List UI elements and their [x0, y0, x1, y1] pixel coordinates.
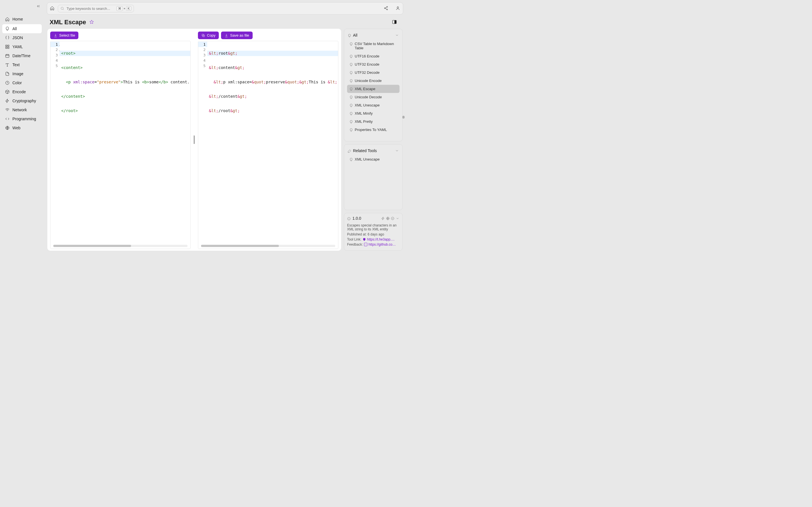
bolt-icon[interactable] [381, 217, 385, 220]
tool-item-label: UTF16 Encode [355, 54, 379, 58]
file-icon [5, 71, 10, 76]
search-input[interactable] [66, 6, 114, 11]
sidebar-item-color[interactable]: Color [2, 78, 42, 87]
svg-point-9 [384, 8, 385, 8]
main-area: ⌘ + K XML Escape [44, 0, 406, 253]
share-button[interactable] [384, 6, 388, 11]
tool-item[interactable]: XML Unescape [347, 101, 400, 109]
globe-icon[interactable] [386, 217, 390, 220]
select-file-button[interactable]: Select file [50, 32, 79, 39]
favorite-button[interactable] [89, 20, 94, 25]
bulb-icon [349, 42, 353, 46]
svg-rect-3 [8, 47, 9, 48]
box-icon [5, 90, 10, 94]
sidebar-item-json[interactable]: JSON [2, 33, 42, 42]
search-icon [60, 6, 64, 10]
info-feedback-link[interactable]: Feedback: ⋯ https://github.com/… [347, 242, 400, 246]
tool-item[interactable]: XML Pretty [347, 117, 400, 126]
related-tool-item[interactable]: XML Unescape [347, 155, 400, 163]
tool-item[interactable]: Unicode Encode [347, 76, 400, 85]
svg-point-7 [61, 7, 63, 9]
sidebar-item-label: Color [12, 80, 22, 85]
check-circle-icon[interactable] [391, 217, 395, 220]
home-icon [5, 17, 10, 21]
info-box: 1.0.0 Escapes special characters in an X… [344, 213, 403, 251]
calendar-icon [5, 54, 10, 58]
tool-item[interactable]: Unicode Decode [347, 93, 400, 101]
bulb-icon [349, 87, 353, 91]
input-gutter: 1⌄ 2⌄ 3 4 5 [50, 41, 59, 249]
sidebar-item-label: Image [12, 71, 23, 76]
svg-point-8 [387, 6, 388, 7]
sidebar-item-label: All [12, 26, 17, 31]
tool-item-label: XML Minify [355, 111, 373, 115]
info-tool-link[interactable]: Tool Link: https://t.he3app.co… [347, 237, 400, 241]
sidebar-item-text[interactable]: Text [2, 60, 42, 69]
top-toolbar: ⌘ + K [47, 2, 403, 15]
sidebar-item-encode[interactable]: Encode [2, 87, 42, 96]
bolt-icon [5, 99, 10, 103]
input-code[interactable]: <root> <content> <p xml:space="preserve"… [59, 41, 190, 249]
input-hscroll[interactable] [53, 245, 188, 247]
svg-rect-0 [6, 45, 7, 47]
bulb-icon [349, 79, 353, 83]
clock-icon [5, 80, 10, 85]
tool-item-label: XML Unescape [355, 103, 379, 107]
page-title: XML Escape [50, 18, 86, 26]
braces-icon [5, 36, 10, 40]
bulb-icon [349, 128, 353, 132]
svg-rect-2 [6, 47, 7, 48]
bulb-icon [349, 158, 353, 161]
right-panel: All CSV Table to Markdown TableUTF16 Enc… [344, 29, 403, 251]
svg-point-11 [397, 6, 398, 8]
sidebar-item-label: Text [12, 62, 20, 67]
tool-item[interactable]: XML Minify [347, 109, 400, 117]
tool-item[interactable]: UTF32 Encode [347, 60, 400, 68]
tool-item-label: UTF32 Encode [355, 62, 379, 66]
output-gutter: 1 2 3 4 5 [198, 41, 207, 249]
search-box[interactable]: ⌘ + K [58, 5, 134, 12]
globe-icon [5, 126, 10, 130]
tool-item[interactable]: UTF32 Decode [347, 68, 400, 76]
output-code[interactable]: &lt;root&gt; &lt;content&gt; &lt;p xml:s… [207, 41, 338, 249]
chevron-down-icon[interactable] [396, 217, 400, 220]
bulb-icon [349, 63, 353, 66]
sidebar-item-network[interactable]: Network [2, 105, 42, 114]
output-editor[interactable]: 1 2 3 4 5 &lt;root&gt; &lt;content&gt; &… [198, 41, 338, 249]
all-tools-scrollbar[interactable] [402, 111, 405, 122]
copy-button[interactable]: Copy [198, 32, 219, 39]
tool-item[interactable]: Properties To YAML [347, 126, 400, 134]
save-as-file-button[interactable]: Save as file [221, 32, 252, 39]
sidebar-item-image[interactable]: Image [2, 69, 42, 78]
tool-item[interactable]: XML Escape [347, 85, 400, 93]
sidebar-item-web[interactable]: Web [2, 123, 42, 132]
input-editor[interactable]: 1⌄ 2⌄ 3 4 5 <root> <content> <p xml:spac… [50, 41, 191, 249]
sidebar-item-home[interactable]: Home [2, 15, 42, 24]
grid-icon [5, 45, 10, 49]
sidebar-item-yaml[interactable]: YAML [2, 42, 42, 51]
sidebar-item-programming[interactable]: Programming [2, 114, 42, 123]
tool-item[interactable]: UTF16 Encode [347, 52, 400, 60]
all-tools-header[interactable]: All [347, 32, 400, 39]
output-hscroll[interactable] [201, 245, 335, 247]
bell-icon [5, 26, 10, 31]
panel-toggle-button[interactable] [392, 19, 397, 25]
user-button[interactable] [396, 6, 400, 11]
related-tools-header[interactable]: Related Tools [347, 147, 400, 154]
sidebar-item-all[interactable]: All [2, 24, 42, 33]
sidebar-item-label: YAML [12, 45, 23, 49]
tool-item-label: UTF32 Decode [355, 70, 379, 75]
collapse-sidebar-button[interactable] [36, 4, 41, 9]
sidebar-item-label: Network [12, 108, 27, 112]
sidebar-item-label: Encode [12, 90, 26, 94]
svg-point-18 [391, 217, 394, 220]
sidebar-item-label: Cryptography [12, 99, 36, 103]
tool-item[interactable]: CSV Table to Markdown Table [347, 40, 400, 52]
bulb-icon [349, 96, 353, 99]
sidebar-item-cryptography[interactable]: Cryptography [2, 96, 42, 105]
sidebar-item-datetime[interactable]: Date/Time [2, 51, 42, 60]
home-button[interactable] [50, 6, 54, 11]
bulb-icon [349, 104, 353, 107]
svg-rect-1 [8, 45, 9, 47]
chevron-down-icon [395, 33, 399, 37]
